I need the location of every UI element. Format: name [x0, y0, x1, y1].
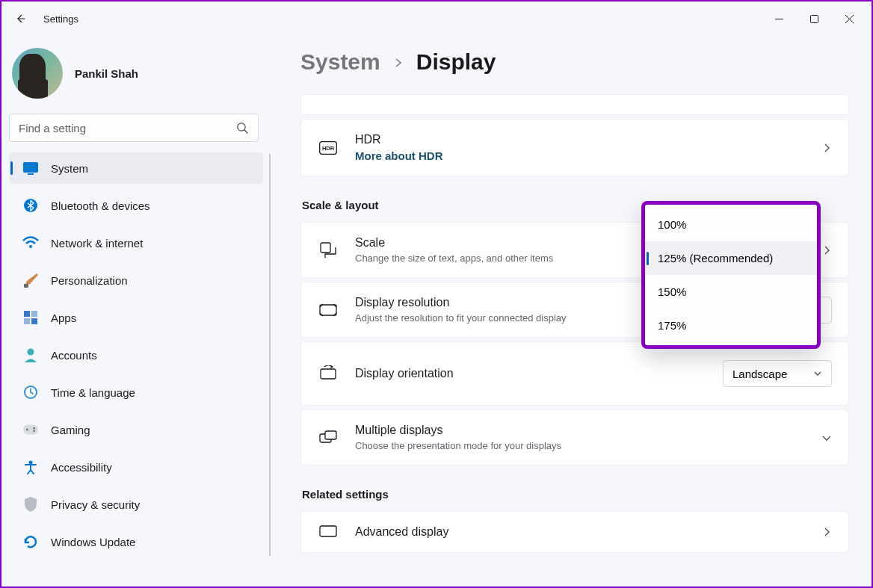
svg-point-18 [29, 461, 33, 465]
card-hdr[interactable]: HDR HDR More about HDR [300, 119, 849, 176]
sidebar-item-accessibility[interactable]: Accessibility [9, 451, 263, 483]
system-icon [22, 160, 39, 176]
card-title: HDR [355, 133, 821, 146]
sidebar-item-person[interactable]: Accounts [9, 339, 263, 371]
scale-dropdown-panel[interactable]: 100%125% (Recommended)150%175% [641, 201, 821, 349]
scale-option-label: 150% [658, 285, 686, 298]
gaming-icon [22, 421, 39, 438]
nav-list: System Bluetooth & devices Network & int… [9, 152, 271, 557]
chevron-right-icon [821, 527, 832, 537]
sidebar-item-bluetooth[interactable]: Bluetooth & devices [9, 190, 263, 221]
window-titlebar: Settings [1, 1, 872, 36]
card-multiple-displays[interactable]: Multiple displays Choose the presentatio… [300, 409, 849, 465]
svg-point-5 [29, 245, 32, 248]
sidebar-item-label: Privacy & security [51, 498, 140, 511]
orientation-select[interactable]: Landscape [723, 360, 832, 387]
section-related: Related settings [302, 488, 849, 501]
sidebar-item-label: Time & language [51, 386, 135, 399]
search-box[interactable] [9, 114, 259, 142]
sidebar-item-label: Accessibility [51, 461, 112, 474]
sidebar-item-label: Network & internet [51, 237, 143, 250]
minimize-button[interactable] [762, 7, 797, 31]
svg-rect-10 [31, 318, 37, 324]
sidebar-item-update[interactable]: Windows Update [9, 526, 263, 557]
svg-point-15 [26, 429, 28, 430]
svg-rect-26 [320, 526, 336, 536]
search-icon [236, 122, 249, 134]
sidebar-item-label: Apps [51, 312, 76, 324]
card-title: Multiple displays [355, 424, 821, 437]
time-icon [22, 384, 39, 400]
scale-option-label: 100% [658, 218, 686, 231]
svg-rect-9 [24, 318, 30, 324]
brush-icon [22, 272, 39, 288]
chevron-right-icon [821, 245, 832, 256]
maximize-button[interactable] [797, 7, 832, 31]
card-title: Display orientation [355, 367, 723, 380]
sidebar-item-apps[interactable]: Apps [9, 302, 263, 333]
breadcrumb-parent[interactable]: System [300, 49, 380, 75]
svg-point-17 [33, 430, 34, 432]
advanced-display-icon [318, 525, 339, 539]
sidebar-item-shield[interactable]: Privacy & security [9, 489, 263, 520]
scale-option[interactable]: 125% (Recommended) [645, 241, 817, 275]
sidebar-item-label: Windows Update [51, 536, 135, 548]
svg-rect-8 [31, 311, 37, 317]
shield-icon [22, 496, 39, 513]
scale-option[interactable]: 100% [645, 208, 817, 241]
sidebar-item-label: Bluetooth & devices [51, 199, 150, 212]
svg-rect-7 [24, 311, 30, 317]
sidebar-item-brush[interactable]: Personalization [9, 264, 263, 296]
scale-option-label: 125% (Recommended) [658, 252, 773, 264]
scale-icon [318, 242, 339, 259]
search-input[interactable] [19, 122, 236, 134]
minimize-icon [775, 15, 783, 23]
card-advanced-display[interactable]: Advanced display [300, 511, 849, 553]
scale-option-label: 175% [658, 319, 686, 332]
orientation-icon [318, 365, 339, 382]
svg-point-11 [28, 349, 34, 356]
close-icon [845, 15, 854, 23]
back-button[interactable] [6, 4, 34, 33]
svg-rect-3 [28, 173, 34, 175]
card-orientation[interactable]: Display orientation Landscape [300, 341, 849, 406]
accessibility-icon [22, 459, 39, 475]
sidebar-item-time[interactable]: Time & language [9, 377, 263, 408]
svg-rect-23 [321, 369, 336, 379]
svg-rect-14 [23, 425, 38, 435]
svg-point-16 [33, 427, 34, 429]
svg-rect-25 [325, 431, 336, 439]
scale-option[interactable]: 175% [645, 309, 817, 342]
scale-option[interactable]: 150% [645, 275, 817, 309]
svg-rect-0 [811, 15, 818, 22]
maximize-icon [810, 15, 818, 23]
chevron-down-icon [821, 433, 832, 443]
card-subtitle: Choose the presentation mode for your di… [355, 440, 821, 451]
multiple-displays-icon [318, 430, 339, 445]
chevron-down-icon [813, 368, 822, 380]
avatar [12, 48, 63, 99]
wifi-icon [22, 235, 39, 251]
partial-card[interactable] [300, 94, 849, 115]
close-button[interactable] [832, 7, 867, 31]
sidebar-item-label: Personalization [51, 274, 128, 287]
svg-rect-21 [321, 243, 330, 253]
profile-block[interactable]: Pankil Shah [9, 43, 271, 111]
orientation-value: Landscape [732, 368, 787, 380]
sidebar: Pankil Shah System Bluetooth & devices N… [1, 36, 271, 587]
sidebar-item-system[interactable]: System [9, 152, 263, 184]
breadcrumb: System Display [300, 49, 849, 75]
sidebar-item-wifi[interactable]: Network & internet [9, 227, 263, 259]
svg-rect-6 [24, 284, 28, 288]
card-title: Advanced display [355, 525, 821, 539]
chevron-right-icon [394, 54, 403, 71]
sidebar-item-label: Accounts [51, 349, 97, 362]
hdr-link[interactable]: More about HDR [355, 149, 821, 162]
sidebar-item-gaming[interactable]: Gaming [9, 414, 263, 445]
svg-text:HDR: HDR [322, 145, 335, 152]
profile-name: Pankil Shah [75, 67, 138, 80]
sidebar-item-label: System [51, 162, 88, 175]
svg-rect-2 [23, 162, 38, 173]
person-icon [22, 347, 39, 363]
apps-icon [22, 309, 39, 326]
